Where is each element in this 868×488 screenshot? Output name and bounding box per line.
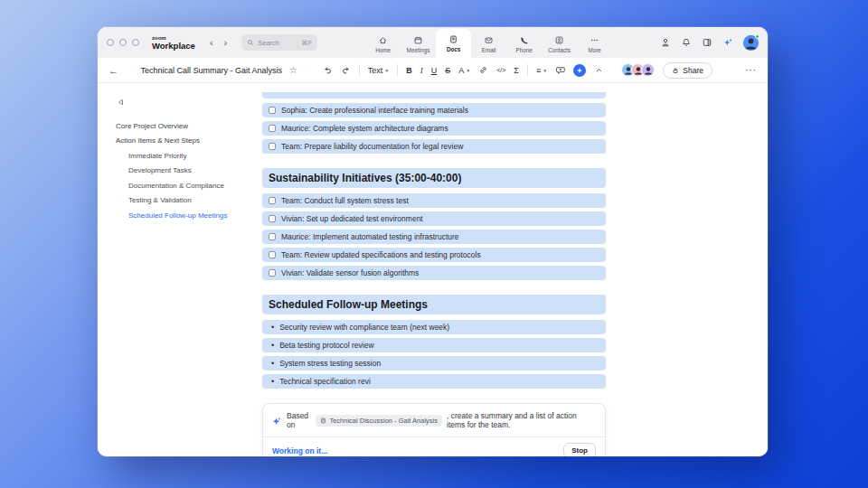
task-row[interactable]: Maurice: Complete system architecture di… — [262, 121, 606, 136]
collapse-left-icon — [116, 98, 125, 107]
bullet-item[interactable]: • Beta testing protocol review — [262, 338, 606, 352]
lock-icon — [672, 67, 679, 74]
main-nav: Home Meetings Docs Email Phone — [365, 27, 612, 58]
task-row[interactable]: Team: Prepare liability documentation fo… — [262, 139, 606, 154]
checkbox[interactable] — [269, 197, 276, 204]
underline-button[interactable]: U — [431, 66, 438, 75]
outline-sidebar: Core Project Overview Action Items & Nex… — [98, 83, 253, 456]
document-icon — [320, 418, 326, 424]
close-button[interactable] — [107, 39, 114, 46]
outline-item-action-items[interactable]: Action Items & Next Steps — [116, 136, 253, 146]
checkbox[interactable] — [269, 233, 276, 240]
bullet-item[interactable]: • System stress testing session — [262, 356, 606, 371]
prompt-prefix: Based on — [287, 411, 311, 429]
task-row[interactable]: Sophia: Create professional interface tr… — [262, 103, 606, 117]
user-icon[interactable] — [660, 37, 671, 48]
logo-top: zoom — [152, 35, 195, 41]
contacts-icon — [554, 35, 564, 45]
collapse-outline-button[interactable] — [116, 94, 253, 110]
redo-icon[interactable] — [341, 65, 351, 75]
docs-icon — [448, 34, 458, 44]
more-options-icon[interactable]: ··· — [745, 65, 757, 75]
outline-item-scheduled-followup-meetings[interactable]: Scheduled Follow-up Meetings — [128, 211, 253, 221]
nav-more[interactable]: More — [577, 31, 612, 58]
clipped-task-row — [262, 92, 606, 99]
task-row[interactable]: Team: Conduct full system stress test — [262, 193, 606, 208]
generation-status: Working on it... — [272, 446, 327, 455]
document-title[interactable]: Technical Call Summary - Gait Analysis — [141, 66, 283, 75]
collapse-toolbar-icon[interactable] — [594, 65, 604, 75]
ai-sparkle-icon — [272, 416, 282, 426]
alignment-button[interactable]: ≡ ▼ — [536, 66, 547, 75]
side-panel-icon[interactable] — [702, 37, 712, 48]
outline-item-documentation-compliance[interactable]: Documentation & Compliance — [128, 181, 253, 191]
code-button[interactable]: </> — [496, 67, 505, 73]
chevron-down-icon: ▼ — [542, 68, 547, 73]
stop-button[interactable]: Stop — [563, 443, 596, 456]
ai-assistant-button[interactable] — [573, 64, 586, 77]
outline-item-core-project-overview[interactable]: Core Project Overview — [116, 121, 253, 131]
zoom-workplace-window: zoom Workplace ‹ › Search ⌘F Home — [98, 27, 768, 456]
checkbox[interactable] — [269, 107, 276, 114]
text-style-dropdown[interactable]: Text ▼ — [368, 66, 389, 75]
docs-home-icon[interactable] — [133, 70, 134, 70]
status-online-dot — [755, 34, 760, 39]
sparkle-icon — [576, 67, 583, 74]
text-color-button[interactable]: A ▼ — [458, 66, 470, 75]
section-heading-followup-meetings[interactable]: Scheduled Follow-up Meetings — [262, 295, 606, 314]
bold-button[interactable]: B — [406, 66, 412, 75]
prompt-suffix: , create a summary and a list of action … — [447, 411, 596, 429]
nav-docs[interactable]: Docs — [436, 29, 471, 58]
bullet-dot: • — [271, 323, 274, 332]
email-icon — [484, 35, 494, 45]
search-input[interactable]: Search ⌘F — [241, 34, 317, 51]
section-heading-sustainability[interactable]: Sustainability Initiatives (35:00-40:00) — [262, 168, 606, 188]
formula-button[interactable]: Σ — [514, 66, 519, 75]
outline-item-immediate-priority[interactable]: Immediate Priority — [128, 151, 253, 161]
checkbox[interactable] — [269, 215, 276, 222]
checkbox[interactable] — [269, 269, 276, 277]
chevron-down-icon: ▼ — [466, 68, 470, 73]
chevron-down-icon: ▼ — [384, 68, 389, 73]
favorite-star-icon[interactable]: ☆ — [289, 65, 297, 75]
window-controls — [107, 39, 139, 46]
nav-home[interactable]: Home — [365, 31, 401, 58]
ai-companion-sparkle-icon[interactable] — [722, 37, 733, 48]
bullet-item[interactable]: • Security review with compliance team (… — [262, 320, 606, 334]
strikethrough-button[interactable]: S — [445, 66, 450, 75]
account-avatar[interactable] — [743, 35, 759, 51]
outline-item-development-tasks[interactable]: Development Tasks — [128, 166, 253, 176]
task-row[interactable]: Vivian: Validate sensor fusion algorithm… — [262, 266, 606, 280]
document-body: Core Project Overview Action Items & Nex… — [98, 83, 768, 456]
back-button[interactable]: ← — [108, 65, 118, 76]
bullet-item[interactable]: • Technical specification revi — [262, 374, 606, 389]
checkbox[interactable] — [269, 251, 276, 258]
cloud-sync-icon — [305, 70, 306, 70]
home-icon — [378, 35, 388, 45]
bullet-dot: • — [271, 341, 274, 350]
history-forward-button[interactable]: › — [224, 37, 228, 48]
source-document-chip[interactable]: Technical Discussion - Gait Analysis — [316, 415, 442, 427]
divider — [397, 64, 398, 76]
outline-item-testing-validation[interactable]: Testing & Validation — [128, 196, 253, 206]
share-button[interactable]: Share — [663, 62, 712, 79]
comment-add-icon[interactable] — [555, 65, 565, 75]
nav-meetings[interactable]: Meetings — [401, 31, 436, 58]
nav-email[interactable]: Email — [471, 31, 506, 58]
task-row[interactable]: Maurice: Implement automated testing inf… — [262, 230, 606, 244]
italic-button[interactable]: I — [420, 66, 423, 75]
search-placeholder: Search — [258, 39, 279, 47]
history-back-button[interactable]: ‹ — [210, 37, 213, 48]
collaborator-avatars[interactable] — [621, 63, 655, 77]
checkbox[interactable] — [269, 143, 276, 150]
checkbox[interactable] — [269, 125, 276, 132]
notifications-bell-icon[interactable] — [681, 37, 692, 48]
task-row[interactable]: Vivian: Set up dedicated test environmen… — [262, 211, 606, 226]
nav-contacts[interactable]: Contacts — [542, 31, 577, 58]
task-row[interactable]: Team: Review updated specifications and … — [262, 248, 606, 262]
minimize-button[interactable] — [119, 39, 127, 46]
nav-phone[interactable]: Phone — [506, 31, 542, 58]
maximize-button[interactable] — [132, 39, 139, 46]
undo-icon[interactable] — [323, 65, 333, 75]
link-icon[interactable] — [478, 65, 488, 75]
